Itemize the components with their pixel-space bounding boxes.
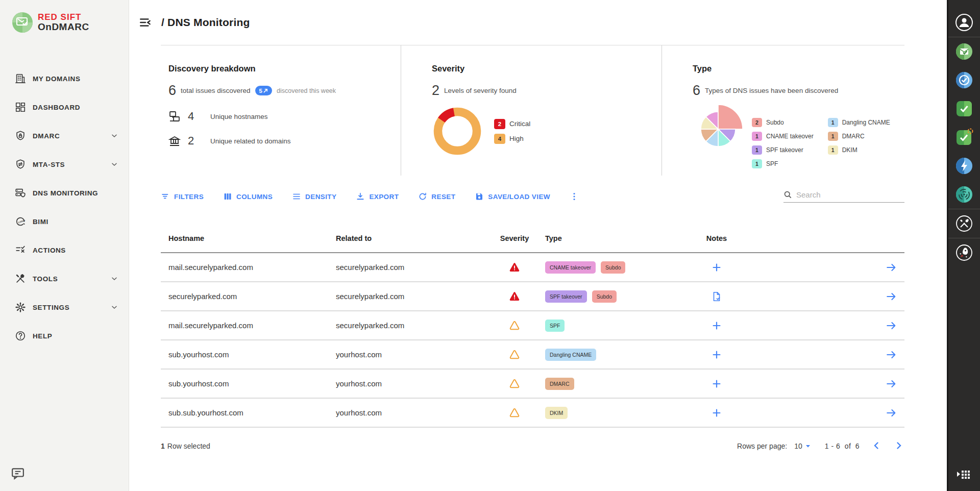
severity-high-icon bbox=[508, 320, 521, 332]
domains-value: 2 bbox=[188, 134, 197, 148]
columns-button[interactable]: COLUMNS bbox=[223, 192, 273, 201]
table-row[interactable]: mail.securelyparked.comsecurelyparked.co… bbox=[161, 253, 904, 282]
open-row-arrow-icon[interactable] bbox=[886, 349, 897, 360]
help-icon bbox=[14, 330, 27, 342]
type-legend-dmarc: 1DMARC bbox=[828, 132, 890, 141]
add-note-icon[interactable] bbox=[711, 320, 722, 331]
sidebar-item-dmarc[interactable]: DMARC bbox=[0, 121, 129, 150]
add-note-icon[interactable] bbox=[711, 349, 722, 360]
note-added-icon[interactable] bbox=[711, 291, 722, 302]
notes-cell bbox=[691, 378, 742, 389]
check-square-notify-icon[interactable] bbox=[955, 128, 973, 146]
sidebar-item-mta-sts[interactable]: MTA-STS bbox=[0, 150, 129, 179]
table-row[interactable]: sub.sub.yourhost.comyourhost.comDKIM bbox=[161, 399, 904, 428]
sidebar-item-dns-monitoring[interactable]: DNS MONITORING bbox=[0, 179, 129, 207]
related-to-cell: securelyparked.com bbox=[336, 321, 489, 330]
chevron-down-icon[interactable] bbox=[110, 303, 118, 311]
export-button[interactable]: EXPORT bbox=[356, 192, 399, 201]
type-legend-chip: 1 bbox=[828, 132, 838, 141]
notes-cell bbox=[691, 407, 742, 419]
type-chip-subdo: Subdo bbox=[592, 290, 617, 303]
brand-logo[interactable]: RED SIFT OnDMARC bbox=[0, 0, 129, 33]
table-row[interactable]: sub.yourhost.comyourhost.comDMARC bbox=[161, 370, 904, 399]
sidebar-nav: MY DOMAINSDASHBOARDDMARCMTA-STSDNS MONIT… bbox=[0, 64, 129, 350]
export-icon bbox=[356, 192, 365, 201]
rows-per-page-value: 10 bbox=[794, 442, 802, 450]
table-row[interactable]: mail.securelyparked.comsecurelyparked.co… bbox=[161, 311, 904, 340]
type-legend-label: DKIM bbox=[842, 146, 857, 154]
rows-per-page-select[interactable]: 10 bbox=[794, 442, 811, 450]
gear-icon bbox=[14, 301, 27, 313]
column-header-severity[interactable]: Severity bbox=[489, 234, 540, 242]
chevron-down-icon[interactable] bbox=[110, 160, 118, 168]
previous-page-icon[interactable] bbox=[872, 441, 882, 451]
save-icon bbox=[475, 192, 484, 201]
page-title: / DNS Monitoring bbox=[161, 16, 250, 29]
discovery-panel: Discovery breakdown 6 total issues disco… bbox=[161, 45, 401, 176]
sidebar-item-bimi[interactable]: LOGOBIMI bbox=[0, 207, 129, 236]
left-sidebar: RED SIFT OnDMARC MY DOMAINSDASHBOARDDMAR… bbox=[0, 0, 129, 491]
page-total: 6 bbox=[855, 442, 860, 450]
column-header-notes[interactable]: Notes bbox=[691, 234, 742, 242]
rocket-icon[interactable] bbox=[955, 243, 973, 262]
check-square-green-icon[interactable] bbox=[955, 100, 973, 118]
table-row[interactable]: sub.yourhost.comyourhost.comDangling CNA… bbox=[161, 340, 904, 370]
search-box bbox=[783, 190, 904, 203]
table-row[interactable]: securelyparked.comsecurelyparked.comSPF … bbox=[161, 282, 904, 311]
sidebar-item-my-domains[interactable]: MY DOMAINS bbox=[0, 64, 129, 93]
column-header-related-to[interactable]: Related to bbox=[336, 234, 489, 242]
type-legend-col2: 1Dangling CNAME1DMARC1DKIM bbox=[828, 118, 890, 168]
type-legend-label: Dangling CNAME bbox=[842, 119, 890, 126]
account-icon[interactable] bbox=[955, 13, 973, 32]
type-title: Type bbox=[693, 64, 904, 73]
sidebar-item-dashboard[interactable]: DASHBOARD bbox=[0, 93, 129, 121]
filters-button[interactable]: FILTERS bbox=[161, 192, 204, 201]
chat-icon[interactable] bbox=[11, 467, 24, 480]
radar-icon[interactable] bbox=[955, 185, 973, 204]
open-row-arrow-icon[interactable] bbox=[886, 378, 897, 389]
column-header-type[interactable]: Type bbox=[545, 234, 691, 242]
sidebar-item-actions[interactable]: ACTIONS bbox=[0, 236, 129, 264]
severity-donut-chart bbox=[432, 106, 483, 157]
open-row-arrow-icon[interactable] bbox=[886, 407, 897, 419]
sidebar-item-settings[interactable]: SETTINGS bbox=[0, 293, 129, 322]
add-note-icon[interactable] bbox=[711, 407, 722, 419]
type-count: 6 bbox=[693, 83, 700, 99]
type-legend-label: Subdo bbox=[766, 119, 784, 126]
next-page-icon[interactable] bbox=[894, 441, 904, 451]
open-row-arrow-icon[interactable] bbox=[886, 262, 897, 273]
table-header-row: Hostname Related to Severity Type Notes bbox=[161, 225, 904, 253]
density-button[interactable]: DENSITY bbox=[292, 192, 336, 201]
type-cell: SPF takeoverSubdo bbox=[545, 290, 691, 303]
lightning-icon[interactable] bbox=[955, 157, 973, 175]
add-note-icon[interactable] bbox=[711, 378, 722, 389]
add-note-icon[interactable] bbox=[711, 262, 722, 273]
collapse-sidebar-icon[interactable] bbox=[139, 16, 152, 29]
type-legend-dkim: 1DKIM bbox=[828, 145, 890, 155]
dropdown-arrow-icon bbox=[805, 444, 811, 449]
save-load-view-button[interactable]: SAVE/LOAD VIEW bbox=[475, 192, 550, 201]
check-circle-blue-icon[interactable] bbox=[955, 71, 973, 89]
selected-label: Row selected bbox=[167, 442, 210, 450]
open-row-arrow-icon[interactable] bbox=[886, 320, 897, 331]
ondmarc-product-icon[interactable] bbox=[955, 42, 973, 61]
stats-row: Discovery breakdown 6 total issues disco… bbox=[161, 45, 904, 176]
rows-per-page-label: Rows per page: bbox=[737, 442, 787, 450]
chevron-down-icon[interactable] bbox=[110, 132, 118, 140]
column-header-hostname[interactable]: Hostname bbox=[168, 234, 336, 242]
apps-grid-icon[interactable] bbox=[955, 465, 973, 484]
filter-icon bbox=[161, 192, 170, 201]
sidebar-item-help[interactable]: HELP bbox=[0, 322, 129, 350]
type-legend-dangling-cname: 1Dangling CNAME bbox=[828, 118, 890, 127]
kebab-icon[interactable] bbox=[570, 192, 579, 201]
reset-button[interactable]: RESET bbox=[418, 192, 455, 201]
tools-circle-icon[interactable] bbox=[955, 214, 973, 233]
sidebar-item-tools[interactable]: TOOLS bbox=[0, 264, 129, 293]
shield-arrows-icon bbox=[14, 158, 27, 170]
toolbar-button-label: RESET bbox=[431, 193, 455, 201]
right-app-rail bbox=[947, 0, 980, 491]
open-row-arrow-icon[interactable] bbox=[886, 291, 897, 302]
chevron-down-icon[interactable] bbox=[110, 275, 118, 283]
type-cell: SPF bbox=[545, 320, 691, 332]
search-input[interactable] bbox=[796, 190, 904, 199]
